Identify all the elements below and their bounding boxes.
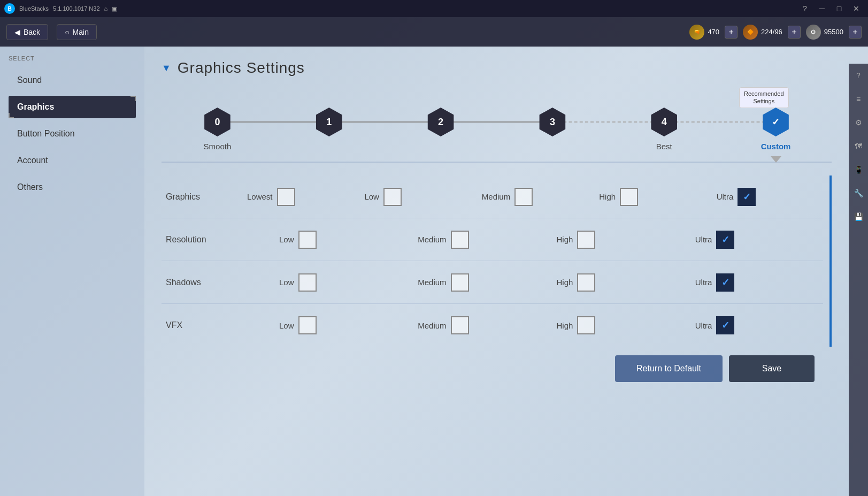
resolution-medium-checkbox[interactable]	[451, 231, 469, 249]
back-button[interactable]: ◀ Back	[6, 24, 48, 40]
save-sidebar-icon[interactable]: 💾	[851, 209, 866, 224]
preset-best-hex: 4	[650, 108, 679, 136]
graphics-option-high[interactable]: High	[599, 188, 705, 206]
record-icon[interactable]: ▣	[112, 5, 117, 12]
shadows-ultra-checkbox[interactable]	[716, 273, 734, 292]
app-name: BlueStacks	[19, 5, 49, 12]
main-content: SELECT Sound Graphics Button Position Ac…	[0, 47, 849, 496]
preset-best[interactable]: 4 Best	[608, 108, 720, 151]
bottom-bar: Return to Default Save	[162, 347, 832, 391]
save-button[interactable]: Save	[729, 355, 815, 382]
home-icon[interactable]: ⌂	[104, 5, 108, 12]
main-button[interactable]: ○ Main	[57, 24, 97, 40]
shadows-medium-label: Medium	[418, 278, 446, 287]
graphics-option-low[interactable]: Low	[364, 188, 471, 206]
bullets-resource: 🔫 470	[689, 25, 719, 40]
bullets-value: 470	[708, 28, 719, 36]
graphics-high-label: High	[599, 192, 616, 201]
maximize-button[interactable]: □	[832, 3, 847, 14]
preset-smooth-hex: 0	[203, 108, 232, 136]
shells-icon: 🔶	[743, 25, 758, 40]
shadows-option-high[interactable]: High	[557, 273, 685, 292]
close-button[interactable]: ✕	[849, 3, 864, 14]
shadows-setting-row: Shadows Low Medium	[162, 261, 823, 304]
resolution-option-high[interactable]: High	[557, 231, 685, 249]
vfx-high-label: High	[557, 321, 573, 330]
sidebar-item-button-position[interactable]: Button Position	[9, 123, 136, 145]
graphics-low-checkbox[interactable]	[383, 188, 402, 206]
preset-custom-label: Custom	[761, 142, 791, 151]
shadows-option-ultra[interactable]: Ultra	[695, 273, 823, 292]
add-bullets-button[interactable]: +	[725, 26, 738, 39]
shadows-low-checkbox[interactable]	[298, 273, 317, 292]
shadows-option-low[interactable]: Low	[279, 273, 407, 292]
graphics-medium-checkbox[interactable]	[514, 188, 533, 206]
shells-value: 224/96	[761, 28, 782, 36]
resolution-ultra-checkbox[interactable]	[716, 231, 734, 249]
map-sidebar-icon[interactable]: 🗺	[851, 139, 866, 154]
resolution-setting-label: Resolution	[162, 235, 247, 245]
preset-2-hex: 2	[426, 108, 455, 136]
resolution-option-low[interactable]: Low	[279, 231, 407, 249]
title-arrow-icon: ▼	[162, 63, 171, 74]
minimize-button[interactable]: ─	[815, 3, 829, 14]
graphics-lowest-checkbox[interactable]	[277, 188, 295, 206]
resolution-option-ultra[interactable]: Ultra	[695, 231, 823, 249]
resolution-high-label: High	[557, 235, 573, 244]
sidebar-item-account[interactable]: Account	[9, 149, 136, 172]
graphics-option-lowest[interactable]: Lowest	[247, 188, 354, 206]
resolution-low-checkbox[interactable]	[298, 231, 317, 249]
shadows-option-medium[interactable]: Medium	[418, 273, 546, 292]
resolution-high-checkbox[interactable]	[577, 231, 595, 249]
preset-best-label: Best	[656, 142, 672, 151]
shadows-medium-checkbox[interactable]	[451, 273, 469, 292]
vfx-option-medium[interactable]: Medium	[418, 316, 546, 334]
circle-icon: ○	[65, 28, 69, 36]
help-sidebar-icon[interactable]: ?	[851, 68, 866, 83]
app-container: ◀ Back ○ Main 🔫 470 + 🔶 224/96 + ⚙ 95500…	[0, 17, 868, 496]
preset-custom[interactable]: ✓ Custom	[720, 108, 832, 151]
sidebar-item-graphics[interactable]: Graphics	[9, 96, 136, 118]
preset-smooth[interactable]: 0 Smooth	[162, 108, 273, 151]
phone-sidebar-icon[interactable]: 📱	[851, 162, 866, 177]
back-label: Back	[24, 28, 40, 36]
resolution-ultra-label: Ultra	[695, 235, 712, 244]
gear-icon: ⚙	[806, 25, 821, 40]
add-gear-button[interactable]: +	[849, 26, 862, 39]
vfx-setting-row: VFX Low Medium	[162, 304, 823, 347]
menu-sidebar-icon[interactable]: ≡	[851, 91, 866, 106]
vfx-option-low[interactable]: Low	[279, 316, 407, 334]
presets-container: RecommendedSettings 0 Smooth 1	[162, 91, 832, 163]
preset-1[interactable]: 1	[273, 108, 385, 142]
vfx-low-checkbox[interactable]	[298, 316, 317, 334]
add-shells-button[interactable]: +	[788, 26, 801, 39]
preset-2[interactable]: 2	[385, 108, 497, 142]
shadows-high-checkbox[interactable]	[577, 273, 595, 292]
window-controls: ? ─ □ ✕	[797, 3, 864, 14]
graphics-option-medium[interactable]: Medium	[482, 188, 588, 206]
right-sidebar: ? ≡ ⚙ 🗺 📱 🔧 💾	[849, 64, 868, 496]
sidebar-item-others[interactable]: Others	[9, 176, 136, 199]
preset-3[interactable]: 3	[496, 108, 608, 142]
resolution-option-medium[interactable]: Medium	[418, 231, 546, 249]
sidebar-item-sound[interactable]: Sound	[9, 69, 136, 91]
graphics-option-ultra[interactable]: Ultra	[717, 188, 823, 206]
resolution-low-label: Low	[279, 235, 294, 244]
tool-sidebar-icon[interactable]: 🔧	[851, 186, 866, 201]
vfx-ultra-checkbox[interactable]	[716, 316, 734, 334]
resources-bar: 🔫 470 + 🔶 224/96 + ⚙ 95500 +	[689, 25, 862, 40]
vfx-medium-checkbox[interactable]	[451, 316, 469, 334]
vfx-options: Low Medium High	[247, 316, 823, 334]
settings-scroll-area: Graphics Lowest Low	[162, 175, 832, 347]
preset-1-hex: 1	[314, 108, 343, 136]
return-to-default-button[interactable]: Return to Default	[615, 355, 723, 382]
vfx-option-ultra[interactable]: Ultra	[695, 316, 823, 334]
vfx-high-checkbox[interactable]	[577, 316, 595, 334]
settings-sidebar-icon[interactable]: ⚙	[851, 115, 866, 130]
graphics-high-checkbox[interactable]	[620, 188, 638, 206]
preset-smooth-label: Smooth	[204, 142, 232, 151]
vfx-option-high[interactable]: High	[557, 316, 685, 334]
graphics-ultra-checkbox[interactable]	[738, 188, 756, 206]
shadows-low-label: Low	[279, 278, 294, 287]
help-button[interactable]: ?	[797, 3, 812, 14]
